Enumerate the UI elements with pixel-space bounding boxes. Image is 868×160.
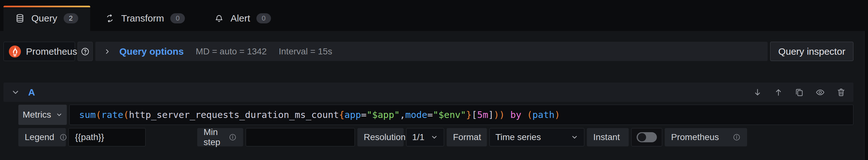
instant-label-text: Instant [593,132,620,142]
query-ref-id: A [28,87,35,98]
resolution-select-value: 1/1 [412,132,425,142]
query-row-actions [753,88,846,97]
info-circle-icon[interactable] [59,133,67,141]
chevron-down-icon [571,133,578,141]
datasource-hint-text: Prometheus [671,132,719,142]
resolution-label-text: Resolution [364,132,405,142]
move-query-down-icon[interactable] [753,88,762,97]
format-field-label: Format [447,128,487,147]
chevron-down-icon [431,133,438,141]
query-row-header[interactable]: A [3,83,854,102]
query-options-label: Query options [119,46,184,57]
query-toolbar: Prometheus Query options MD = auto = 134… [3,42,854,61]
datasource-hint-chip: Prometheus [665,128,747,147]
database-icon [15,13,25,23]
format-label-text: Format [453,132,481,142]
chevron-down-icon [56,111,63,118]
resolution-select[interactable]: 1/1 [406,128,444,147]
instant-toggle[interactable] [637,132,657,142]
tab-alert[interactable]: Alert 0 [199,6,285,31]
delete-query-icon[interactable] [836,88,846,97]
format-select-value: Time series [495,132,541,142]
query-editor-row: Metrics sum(rate(http_server_requests_du… [18,105,854,125]
bell-icon [214,13,224,23]
duplicate-query-icon[interactable] [795,88,804,97]
tab-query-label: Query [31,13,57,24]
instant-field-label: Instant [587,128,629,147]
interval-summary: Interval = 15s [279,46,332,57]
metrics-browser-button[interactable]: Metrics [18,105,67,125]
question-circle-icon [81,47,90,56]
instant-switch-field[interactable] [631,128,662,147]
datasource-picker-value: Prometheus [26,46,77,57]
query-tab-content: Prometheus Query options MD = auto = 134… [0,31,865,160]
tab-query[interactable]: Query 2 [3,6,90,31]
transform-icon [105,13,115,23]
chevron-right-icon [103,48,111,55]
query-options-row: Legend Min step Resolution 1/1 Format Ti… [18,128,747,147]
query-inspector-button[interactable]: Query inspector [770,42,854,61]
datasource-picker[interactable]: Prometheus [3,42,75,61]
format-select[interactable]: Time series [489,128,584,147]
toggle-knob [638,133,646,141]
legend-field-label: Legend [18,128,66,147]
resolution-field-label: Resolution [358,128,404,147]
min-step-field-label: Min step [197,128,243,147]
tab-alert-count-badge: 0 [256,13,271,23]
prometheus-logo-icon [9,45,21,58]
tab-alert-label: Alert [230,13,250,24]
query-options-bar: Query options MD = auto = 1342 Interval … [95,42,768,61]
move-query-up-icon[interactable] [774,88,783,97]
editor-tabbar: Query 2 Transform 0 Alert 0 [0,0,868,31]
promql-expression-input[interactable]: sum(rate(http_server_requests_duration_m… [69,105,854,125]
info-circle-icon[interactable] [733,133,741,141]
query-options-toggle[interactable]: Query options [103,46,184,57]
min-step-input[interactable] [246,128,355,147]
metrics-button-label: Metrics [23,110,51,120]
tab-query-count-badge: 2 [64,13,78,23]
tab-transform[interactable]: Transform 0 [90,6,200,31]
datasource-help-button[interactable] [78,42,93,61]
query-inspector-label: Query inspector [778,46,845,57]
legend-format-input[interactable] [68,128,146,147]
tab-transform-label: Transform [121,13,164,24]
collapse-chevron-icon[interactable] [11,88,20,97]
query-editor-panel: Query 2 Transform 0 Alert 0 [0,0,868,160]
legend-label-text: Legend [25,132,54,142]
tab-transform-count-badge: 0 [170,13,185,23]
max-data-points-summary: MD = auto = 1342 [196,46,267,57]
info-circle-icon[interactable] [228,133,237,141]
min-step-label-text: Min step [204,127,223,147]
toggle-visibility-icon[interactable] [815,88,825,97]
